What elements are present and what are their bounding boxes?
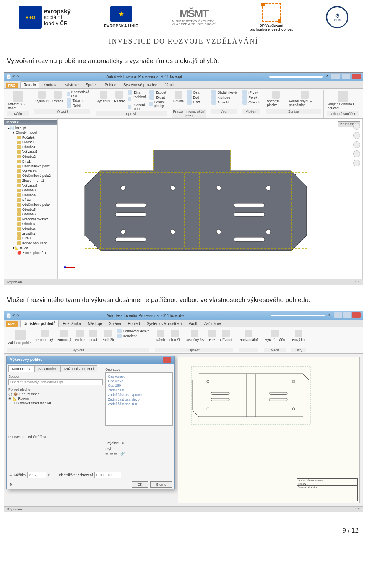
dialog-close-button[interactable]: [163, 357, 171, 363]
rect-pattern-button[interactable]: Obdélníkové: [211, 90, 237, 95]
tab-tools[interactable]: Nástroje: [85, 320, 105, 327]
detail-view-button[interactable]: Detail: [88, 329, 99, 342]
tree-item[interactable]: Zrcadlit1: [6, 231, 56, 236]
tree-item[interactable]: Pracovní rovina2: [6, 217, 56, 222]
new-sheet-button[interactable]: Nový list: [291, 329, 306, 342]
help-icon[interactable]: ?: [328, 313, 330, 318]
maximize-button[interactable]: [343, 312, 351, 318]
tree-item[interactable]: Obruba8: [6, 226, 56, 231]
cut-button[interactable]: Vyříznutí: [96, 90, 111, 104]
tab-environments[interactable]: Systémové prostředí: [144, 320, 185, 327]
slice-button[interactable]: Řez: [208, 329, 217, 342]
tab-kontrola[interactable]: Kontrola: [40, 82, 60, 88]
move-face-button[interactable]: Posun plochy: [149, 100, 167, 108]
corner-round-button[interactable]: Zaoblení rohu: [128, 95, 147, 103]
minimize-button[interactable]: [331, 74, 340, 79]
tab-vault[interactable]: Vault: [185, 320, 200, 327]
mirror-button[interactable]: Zrcadlit: [211, 100, 237, 105]
horizontal-button[interactable]: Horizontální: [239, 329, 258, 342]
radio-flat[interactable]: ◉ 📐Rozvin: [8, 397, 103, 401]
tab-pohled[interactable]: Pohled: [101, 82, 119, 88]
tree-item[interactable]: Vyříznutí3: [6, 183, 56, 188]
aux-view-button[interactable]: Pomocný: [56, 329, 72, 342]
ucs-button[interactable]: USS: [187, 100, 200, 105]
tab-sprava[interactable]: Správa: [83, 82, 101, 88]
default-sheets-button[interactable]: Výchozí plechy: [266, 90, 286, 108]
dialog-titlebar[interactable]: Výkresový pohled: [7, 356, 174, 364]
punch-button[interactable]: Razník: [113, 90, 125, 104]
cancel-button[interactable]: Storno: [150, 481, 172, 488]
axis-button[interactable]: Osa: [187, 90, 200, 95]
browser-title[interactable]: Model ▾: [4, 120, 57, 125]
tab-nastroje[interactable]: Nástroje: [62, 82, 82, 88]
circ-pattern-button[interactable]: Kruhové: [211, 95, 237, 100]
radio-folded[interactable]: ◯ 📦Ohnutý model: [8, 392, 103, 396]
orientation-option[interactable]: Osa vpravo: [107, 374, 171, 379]
emboss-button[interactable]: Reliéf: [67, 103, 91, 108]
section-view-button[interactable]: Průřez: [74, 329, 86, 342]
create-2d-sketch-button[interactable]: Vytvořit 2D náčrt: [7, 90, 29, 111]
projected-view-button[interactable]: Promítnutý: [36, 329, 54, 342]
revolve-button[interactable]: Rotace: [52, 90, 64, 104]
nailboard-button[interactable]: Formovací deska: [117, 329, 149, 333]
orientation-option[interactable]: Zadní část osa vpravo: [107, 393, 171, 397]
chk-recenter-punch[interactable]: ☐Obnovit střed razníku: [14, 401, 103, 405]
steering-wheel-icon[interactable]: [353, 123, 360, 130]
base-view-button[interactable]: Základní pohled: [7, 329, 33, 346]
draft-button[interactable]: Návrh: [155, 329, 166, 342]
options-icon[interactable]: ⚙: [9, 483, 12, 486]
corner-chamfer-button[interactable]: Zkosení rohu: [128, 103, 147, 111]
tab-manage[interactable]: Správa: [106, 320, 124, 327]
maximize-button[interactable]: [342, 74, 350, 79]
orientation-option[interactable]: Osa vlevo: [107, 379, 171, 383]
tree-root[interactable]: ▸📄loze.ipt: [6, 126, 56, 131]
close-button[interactable]: [352, 74, 361, 79]
tree-item[interactable]: Díra2: [6, 197, 56, 202]
dlg-tab-component[interactable]: Komponenta: [8, 365, 35, 372]
orientation-option[interactable]: Osa 180: [107, 383, 171, 388]
tree-item[interactable]: Obdélníkové pole2: [6, 173, 56, 178]
help-icon[interactable]: ?: [326, 74, 328, 79]
style-toggles[interactable]: ▭ ▭ ▭ 🔗: [105, 452, 173, 456]
extrude-button[interactable]: Vysunutí: [34, 90, 49, 104]
overlay-button[interactable]: Podložit: [101, 329, 115, 342]
help-search-input[interactable]: [271, 315, 325, 316]
fillet-button[interactable]: Zaoblit: [149, 90, 167, 95]
tree-folded-model[interactable]: ▾Ohnutý model: [6, 130, 56, 135]
orbit-icon[interactable]: [353, 150, 360, 157]
bend-order-button[interactable]: Pořadí ohybu – poznámky: [288, 90, 321, 108]
orientation-list[interactable]: Osa vpravoOsa vlevoOsa 180Zadní částZadn…: [105, 372, 173, 426]
point-button[interactable]: Bod: [187, 95, 200, 100]
ok-button[interactable]: OK: [132, 481, 148, 488]
tree-item[interactable]: Plocha1: [6, 140, 56, 145]
sweep-button[interactable]: Tažení: [67, 98, 91, 103]
tree-item[interactable]: Počátek: [6, 135, 56, 140]
cosmetic-centerline-button[interactable]: Kosmetická osa: [67, 90, 91, 98]
view-id-input[interactable]: [94, 472, 121, 478]
model-browser[interactable]: Model ▾ ▸📄loze.ipt ▾Ohnutý model Počátek…: [4, 119, 58, 279]
tree-item[interactable]: Obruba3: [6, 188, 56, 193]
drawing-sheet[interactable]: Střední průmyslová škola loze.idw Ostrav…: [178, 357, 360, 503]
tree-item[interactable]: Obdélníkové pole4: [6, 202, 56, 207]
tab-annotate[interactable]: Poznámka: [60, 320, 84, 327]
derive-button[interactable]: Odvodit: [242, 100, 260, 105]
tree-item[interactable]: Obruba5: [6, 207, 56, 212]
tree-item[interactable]: Obruba1: [6, 145, 56, 150]
tab-place-views[interactable]: Umístění pohledů: [20, 320, 59, 327]
tab-systemove[interactable]: Systémové prostředí: [120, 82, 162, 88]
dlg-tab-model-state[interactable]: Stav modelu: [35, 365, 61, 372]
break-button[interactable]: Přerušit: [168, 329, 182, 342]
orientation-option[interactable]: Zadní část osa 180: [107, 402, 171, 406]
tab-getstarted[interactable]: Začínáme: [201, 320, 224, 327]
plane-button[interactable]: Rovina: [172, 90, 185, 104]
projection-icon[interactable]: ⊕: [121, 441, 124, 445]
orientation-option[interactable]: Zadní část: [107, 388, 171, 393]
go-to-folded-button[interactable]: Přejít na ohnutou součást: [327, 90, 359, 111]
tree-item[interactable]: Obruba6: [6, 212, 56, 217]
create-sketch-button[interactable]: Vytvořit náčrt: [264, 329, 286, 342]
scale-input[interactable]: [27, 472, 46, 478]
ifeature-button[interactable]: iPrvek: [242, 90, 260, 95]
close-button[interactable]: [352, 312, 361, 318]
tab-vault[interactable]: Vault: [162, 82, 177, 88]
tree-rozvin[interactable]: ▾📐Rozvin: [6, 246, 56, 250]
